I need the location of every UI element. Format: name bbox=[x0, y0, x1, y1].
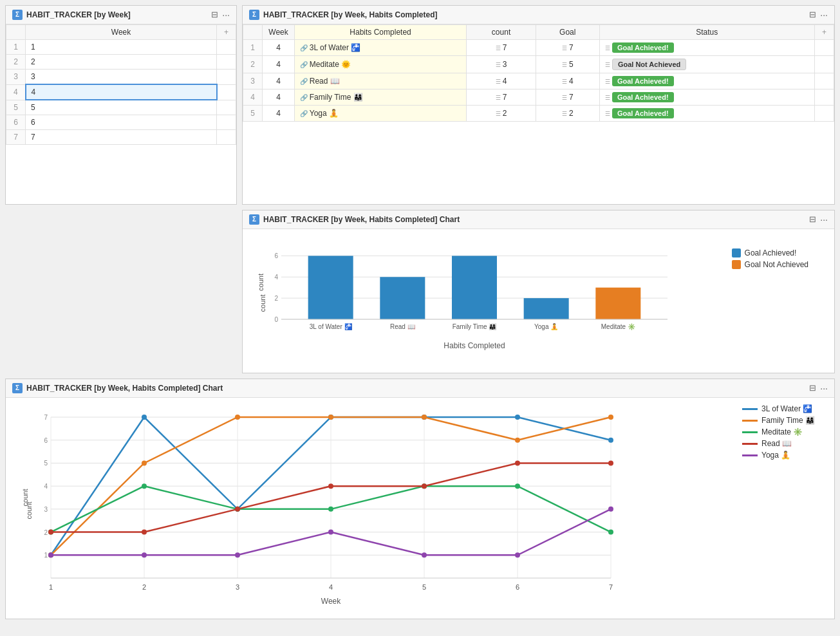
week-cell[interactable]: 3 bbox=[26, 70, 217, 85]
week-cell[interactable]: 4 bbox=[26, 84, 217, 100]
data-add-col bbox=[815, 73, 834, 89]
svg-point-81 bbox=[235, 552, 240, 557]
svg-text:4: 4 bbox=[44, 483, 48, 490]
week-cell[interactable]: 7 bbox=[26, 130, 217, 145]
add-week-col[interactable]: + bbox=[217, 25, 236, 40]
col-habits-header: Habits Completed bbox=[295, 25, 467, 40]
col-week-header2: Week bbox=[263, 25, 295, 40]
data-table-title: HABIT_TRACKER [by Week, Habits Completed… bbox=[263, 10, 805, 19]
filter-icon-4[interactable]: ⊟ bbox=[809, 383, 816, 393]
data-week-cell[interactable]: 4 bbox=[263, 73, 295, 89]
habit-cell[interactable]: 🔗 Yoga 🧘 bbox=[295, 106, 467, 122]
bar-chart-area: count 02463L of Water 🚰Read 📖Family Time… bbox=[243, 229, 834, 373]
svg-point-57 bbox=[608, 438, 613, 443]
week-row-num: 6 bbox=[6, 115, 26, 130]
svg-rect-11 bbox=[380, 277, 425, 319]
week-row-num: 5 bbox=[6, 100, 26, 115]
svg-point-84 bbox=[515, 552, 520, 557]
sigma-icon-3: Σ bbox=[249, 214, 259, 225]
svg-rect-15 bbox=[524, 298, 569, 319]
line-legend-meditate: Meditate ✳️ bbox=[742, 427, 815, 436]
week-cell[interactable]: 6 bbox=[26, 115, 217, 130]
habit-cell[interactable]: 🔗 Meditate 🌞 bbox=[295, 56, 467, 73]
svg-text:3: 3 bbox=[44, 506, 48, 513]
svg-text:Read 📖: Read 📖 bbox=[390, 323, 416, 331]
data-add-col bbox=[815, 89, 834, 106]
status-cell: ☰ Goal Achieved! bbox=[599, 73, 814, 89]
data-week-cell[interactable]: 4 bbox=[263, 89, 295, 106]
svg-text:count: count bbox=[21, 489, 29, 507]
data-week-cell[interactable]: 4 bbox=[263, 40, 295, 56]
svg-point-63 bbox=[515, 438, 520, 443]
svg-text:2: 2 bbox=[142, 583, 146, 591]
habit-cell[interactable]: 🔗 3L of Water 🚰 bbox=[295, 40, 467, 56]
more-icon-3[interactable]: ··· bbox=[820, 214, 828, 225]
more-icon[interactable]: ··· bbox=[222, 10, 230, 20]
filter-icon[interactable]: ⊟ bbox=[211, 10, 218, 20]
filter-icon-2[interactable]: ⊟ bbox=[809, 10, 816, 20]
svg-text:Habits Completed: Habits Completed bbox=[443, 341, 505, 350]
col-goal-header: Goal bbox=[536, 25, 599, 40]
habit-cell[interactable]: 🔗 Read 📖 bbox=[295, 73, 467, 89]
data-week-cell[interactable]: 4 bbox=[263, 106, 295, 122]
bar-chart-panel: Σ HABIT_TRACKER [by Week, Habits Complet… bbox=[242, 210, 835, 373]
line-chart-svg: count 12345671234567Weekcount bbox=[19, 404, 727, 610]
sigma-icon-2: Σ bbox=[249, 10, 259, 20]
filter-icon-3[interactable]: ⊟ bbox=[809, 214, 816, 225]
svg-text:3L of Water 🚰: 3L of Water 🚰 bbox=[310, 323, 353, 331]
week-extra-col bbox=[217, 100, 236, 115]
svg-point-66 bbox=[142, 483, 147, 489]
week-cell[interactable]: 2 bbox=[26, 55, 217, 70]
data-week-cell[interactable]: 4 bbox=[263, 56, 295, 73]
svg-text:2: 2 bbox=[44, 529, 48, 536]
svg-point-56 bbox=[515, 415, 520, 420]
col-status-header: Status bbox=[599, 25, 814, 40]
week-extra-col bbox=[217, 40, 236, 55]
svg-point-72 bbox=[48, 530, 53, 535]
line-legend-family: Family Time 👨‍👩‍👧 bbox=[742, 416, 815, 425]
more-icon-2[interactable]: ··· bbox=[820, 10, 828, 20]
habit-cell[interactable]: 🔗 Family Time 👨‍👩‍👧 bbox=[295, 89, 467, 106]
svg-text:Yoga 🧘: Yoga 🧘 bbox=[534, 323, 559, 331]
svg-point-79 bbox=[48, 552, 53, 557]
add-col-btn[interactable]: + bbox=[815, 25, 834, 40]
week-row-num: 1 bbox=[6, 40, 26, 55]
svg-text:1: 1 bbox=[49, 583, 53, 591]
status-badge: Goal Achieved! bbox=[612, 76, 674, 86]
line-legend-water-label: 3L of Water 🚰 bbox=[761, 404, 812, 413]
svg-point-78 bbox=[608, 460, 613, 465]
goal-cell: ☰ 4 bbox=[536, 73, 599, 89]
week-row-num: 3 bbox=[6, 70, 26, 85]
line-chart-panel: Σ HABIT_TRACKER [by Week, Habits Complet… bbox=[5, 379, 835, 619]
line-legend-read: Read 📖 bbox=[742, 439, 815, 448]
goal-cell: ☰ 5 bbox=[536, 56, 599, 73]
svg-point-75 bbox=[328, 483, 333, 489]
svg-text:0: 0 bbox=[274, 316, 278, 323]
week-cell[interactable]: 1 bbox=[26, 40, 217, 55]
legend-achieved: Goal Achieved! bbox=[732, 248, 808, 257]
svg-text:6: 6 bbox=[516, 583, 519, 591]
line-legend-yoga-label: Yoga 🧘 bbox=[761, 451, 790, 460]
svg-point-61 bbox=[328, 415, 333, 420]
svg-point-80 bbox=[142, 552, 147, 557]
data-row-num: 1 bbox=[243, 40, 263, 56]
count-cell: ☰ 7 bbox=[467, 89, 536, 106]
svg-text:count: count bbox=[257, 274, 265, 291]
bar-chart-title: HABIT_TRACKER [by Week, Habits Completed… bbox=[263, 215, 805, 224]
count-cell: ☰ 4 bbox=[467, 73, 536, 89]
svg-rect-13 bbox=[452, 256, 497, 319]
data-row-num: 3 bbox=[243, 73, 263, 89]
col-week-header: Week bbox=[26, 25, 217, 40]
col-count-header: count bbox=[467, 25, 536, 40]
svg-rect-9 bbox=[308, 256, 353, 319]
data-add-col bbox=[815, 106, 834, 122]
more-icon-4[interactable]: ··· bbox=[820, 383, 828, 393]
data-table: Week Habits Completed count Goal Status … bbox=[243, 24, 834, 122]
legend-achieved-label: Goal Achieved! bbox=[745, 248, 797, 257]
line-chart-title: HABIT_TRACKER [by Week, Habits Completed… bbox=[26, 384, 805, 393]
svg-text:1: 1 bbox=[44, 552, 48, 559]
data-row-num: 2 bbox=[243, 56, 263, 73]
svg-point-68 bbox=[328, 507, 333, 512]
week-cell[interactable]: 5 bbox=[26, 100, 217, 115]
week-row-num: 2 bbox=[6, 55, 26, 70]
